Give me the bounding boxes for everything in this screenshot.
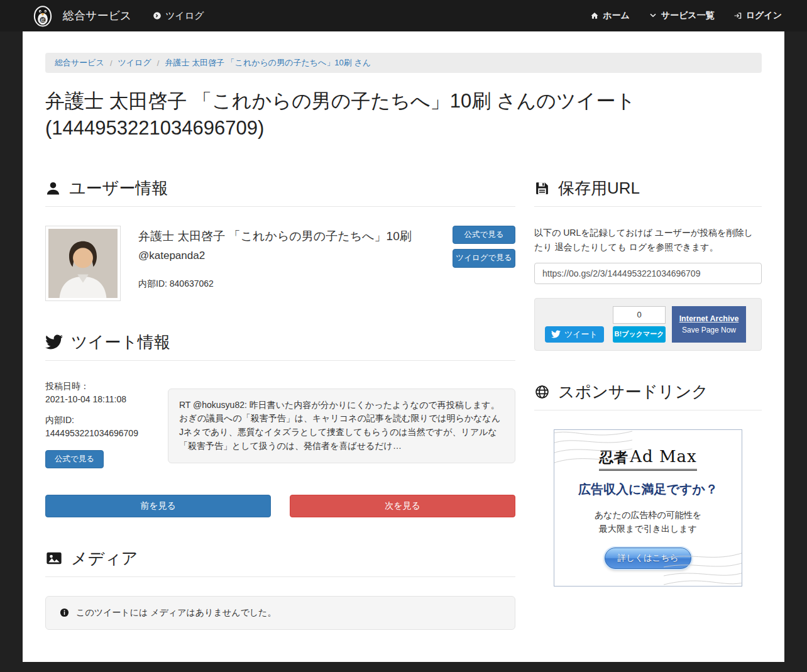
prev-tweet-button[interactable]: 前を見る: [45, 495, 271, 517]
breadcrumb: 総合サービス / ツイログ / 弁護士 太田啓子 「これからの男の子たちへ」10…: [45, 53, 762, 73]
home-icon: [590, 11, 599, 20]
globe-icon: [534, 384, 550, 400]
nav-login[interactable]: ログイン: [733, 10, 782, 21]
section-divider: [45, 360, 515, 361]
navbar: 総 総合サービス ツイログ ホーム サービス一覧: [0, 0, 807, 31]
page-title: 弁護士 太田啓子 「これからの男の子たちへ」10刷 さんのツイート (14449…: [45, 87, 762, 142]
sponsored-heading: スポンサードリンク: [534, 381, 762, 403]
user-name: 弁護士 太田啓子 「これからの男の子たちへ」10刷: [138, 227, 435, 245]
floppy-disk-icon: [534, 180, 550, 196]
brand-link[interactable]: 総合サービス: [63, 8, 131, 23]
tweet-text: RT @hokusyu82: 昨日書いた内容が分かりにくかったようなので再投稿し…: [168, 388, 515, 463]
next-tweet-button[interactable]: 次を見る: [290, 495, 515, 517]
tweet-posted-label: 投稿日時：: [45, 380, 149, 393]
nav-services[interactable]: サービス一覧: [649, 10, 715, 21]
section-divider: [45, 206, 515, 207]
tweet-meta: 投稿日時： 2021-10-04 18:11:08 内部ID: 14449532…: [45, 380, 149, 469]
twitter-bird-icon: [551, 329, 561, 339]
nav-services-label: サービス一覧: [661, 10, 715, 21]
ad-copy-line2: 最大限まで引き出します: [599, 522, 697, 536]
chevron-down-icon: [649, 11, 657, 20]
save-page-now-label: Save Page Now: [682, 326, 736, 334]
tweet-info-section: ツイート情報 投稿日時： 2021-10-04 18:11:08 内部ID: 1…: [45, 331, 515, 517]
log-in-icon: [733, 11, 742, 20]
save-url-heading-label: 保存用URL: [558, 177, 640, 199]
user-internal-id-label: 内部ID:: [138, 278, 167, 289]
hatena-bookmark-button[interactable]: B!ブックマーク: [613, 326, 666, 343]
picture-icon: [45, 549, 63, 567]
section-divider: [534, 206, 762, 207]
view-official-tweet-button[interactable]: 公式で見る: [45, 450, 104, 469]
view-twilog-button[interactable]: ツイログで見る: [453, 249, 515, 268]
tweet-internal-id-value: 1444953221034696709: [45, 427, 149, 440]
ad-decoration: [664, 548, 742, 587]
save-url-heading: 保存用URL: [534, 177, 762, 199]
ad-brand-admax: Ad Max: [630, 447, 696, 466]
internet-archive-link[interactable]: Internet Archive: [679, 314, 739, 323]
info-circle-icon: [60, 608, 69, 617]
sponsored-section: スポンサードリンク: [534, 381, 762, 587]
ad-banner[interactable]: 忍者 Ad Max 広告収入に満足ですか？ あなたの広告枠の可能性を 最大限まで…: [554, 429, 742, 587]
penguin-logo-icon[interactable]: 総: [30, 3, 55, 28]
nav-home-label: ホーム: [603, 10, 630, 21]
section-divider: [534, 410, 762, 410]
media-heading: メディア: [45, 548, 515, 570]
breadcrumb-item-home[interactable]: 総合サービス: [55, 57, 104, 69]
nav-home[interactable]: ホーム: [590, 10, 630, 21]
breadcrumb-item-user[interactable]: 弁護士 太田啓子 「これからの男の子たちへ」10刷 さん: [165, 57, 371, 69]
tweet-internal-id-label: 内部ID:: [45, 414, 149, 427]
section-divider: [45, 576, 515, 577]
view-official-user-button[interactable]: 公式で見る: [453, 226, 515, 245]
user-info-section: ユーザー情報 弁護士 太田啓子 「これからの男の子たち: [45, 177, 515, 301]
user-info-heading: ユーザー情報: [45, 177, 515, 199]
user-internal-id: 内部ID: 840637062: [138, 278, 435, 290]
tweet-share-button[interactable]: ツイート: [545, 326, 604, 343]
internet-archive-widget[interactable]: Internet Archive Save Page Now: [672, 306, 746, 343]
user-screen-name: @katepanda2: [138, 250, 435, 262]
nav-login-label: ログイン: [746, 10, 782, 21]
user-avatar-image: [48, 229, 118, 298]
nav-twilog[interactable]: ツイログ: [153, 10, 204, 22]
media-empty-note: このツイートには メディアはありませんでした。: [45, 596, 515, 630]
page-card: 総合サービス / ツイログ / 弁護士 太田啓子 「これからの男の子たちへ」10…: [23, 31, 784, 662]
bookmark-count: 0: [613, 306, 666, 324]
save-url-section: 保存用URL 以下の URLを記録しておけば ユーザーが投稿を削除したり 退会し…: [534, 177, 762, 351]
save-url-input[interactable]: [534, 263, 762, 284]
ad-headline: 広告収入に満足ですか？: [578, 481, 718, 498]
media-empty-message: このツイートには メディアはありませんでした。: [76, 607, 276, 619]
logo-badge-text: 総: [40, 18, 45, 23]
breadcrumb-separator: /: [157, 58, 160, 68]
user-icon: [45, 180, 61, 196]
tweet-info-heading-label: ツイート情報: [71, 331, 170, 353]
twitter-bird-icon: [45, 333, 63, 351]
nav-twilog-label: ツイログ: [165, 10, 204, 22]
circle-arrow-right-icon: [153, 11, 162, 20]
tweet-info-heading: ツイート情報: [45, 331, 515, 353]
media-heading-label: メディア: [71, 548, 138, 570]
tweet-posted-at: 2021-10-04 18:11:08: [45, 393, 149, 406]
user-avatar: [45, 226, 121, 301]
breadcrumb-item-twilog[interactable]: ツイログ: [118, 57, 151, 69]
save-url-description: 以下の URLを記録しておけば ユーザーが投稿を削除したり 退会したりしても ロ…: [534, 226, 762, 255]
user-internal-id-value: 840637062: [170, 278, 214, 289]
breadcrumb-separator: /: [110, 58, 113, 68]
sponsored-heading-label: スポンサードリンク: [558, 381, 708, 403]
ad-copy-line1: あなたの広告枠の可能性を: [595, 508, 701, 522]
ad-decoration: [554, 429, 632, 468]
tweet-share-label: ツイート: [564, 329, 598, 340]
user-info-heading-label: ユーザー情報: [69, 177, 168, 199]
media-section: メディア このツイートには メディアはありませんでした。: [45, 548, 515, 630]
share-panel: ツイート 0 B!ブックマーク Internet Archive Save Pa…: [534, 298, 762, 351]
